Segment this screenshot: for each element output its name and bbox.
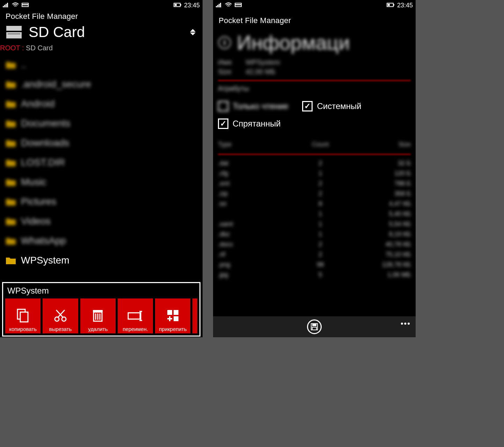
context-actions: копироватьвырезатьудалитьпереимен.прикре… xyxy=(5,298,197,333)
attribute-label: Только чтение xyxy=(233,101,288,111)
list-item[interactable]: .. xyxy=(6,55,197,74)
cell-type: .png xyxy=(218,261,290,268)
file-name: Music xyxy=(21,176,46,188)
folder-icon xyxy=(6,119,16,128)
file-name: Documents xyxy=(21,118,71,129)
attributes: Только чтениеСистемныйСпрятанный xyxy=(218,93,411,139)
attribute-checkbox[interactable]: Спрятанный xyxy=(218,115,281,132)
card-icon xyxy=(22,2,29,9)
svg-rect-32 xyxy=(216,6,217,7)
svg-rect-29 xyxy=(174,316,178,321)
info-key: Size xyxy=(218,68,232,76)
svg-rect-42 xyxy=(313,324,316,326)
file-name: Pictures xyxy=(21,196,56,207)
svg-rect-9 xyxy=(6,26,22,31)
svg-rect-5 xyxy=(22,4,28,5)
list-item[interactable]: Documents xyxy=(6,114,197,133)
rename-button[interactable]: переимен. xyxy=(118,298,153,333)
action-label: копировать xyxy=(9,326,37,332)
cell-size: 4,47 КБ xyxy=(351,200,411,208)
attribute-checkbox[interactable]: Только чтение xyxy=(218,98,288,115)
info-value: WPSystem xyxy=(246,58,280,66)
info-header: i Информаци xyxy=(218,26,411,58)
file-name: .. xyxy=(21,59,27,70)
file-name: WPSystem xyxy=(21,255,69,266)
svg-rect-39 xyxy=(393,4,394,6)
breadcrumb-root: ROOT xyxy=(0,44,20,52)
svg-rect-11 xyxy=(8,34,20,34)
svg-rect-34 xyxy=(219,4,220,7)
cell-count: 1 xyxy=(290,221,351,228)
svg-rect-43 xyxy=(312,327,316,330)
card-icon xyxy=(235,2,242,9)
cell-count: 1 xyxy=(290,231,351,238)
th-type: Type xyxy=(218,141,290,148)
table-body: .dat232 Б.cfg1120 Б.xml2788 Б.zip2358 Б.… xyxy=(218,158,411,280)
folder-icon xyxy=(6,158,16,167)
breadcrumb[interactable]: ROOT : SD Card xyxy=(0,43,203,55)
list-item[interactable]: Downloads xyxy=(6,133,197,153)
file-name: WhatsApp xyxy=(21,235,66,246)
table-row: .dat232 Б xyxy=(218,158,411,168)
pin-icon xyxy=(165,308,181,325)
svg-rect-40 xyxy=(388,4,390,6)
list-item[interactable]: Music xyxy=(6,172,197,192)
file-name: Android xyxy=(21,98,55,109)
location-row[interactable]: SD Card xyxy=(0,22,203,43)
statusbar: 23:45 xyxy=(213,0,416,10)
action-label: вырезать xyxy=(49,326,72,332)
folder-icon xyxy=(6,178,16,186)
info-value: 42,00 МБ xyxy=(246,68,275,76)
info-title: Информаци xyxy=(237,31,350,54)
file-name: .android_secure xyxy=(21,79,91,90)
cell-count: 2 xyxy=(290,241,351,248)
folder-icon xyxy=(6,256,16,265)
clock: 23:45 xyxy=(397,2,413,9)
cell-size: 788 Б xyxy=(351,180,411,187)
table-row: .jpg51,06 МБ xyxy=(218,270,411,280)
list-item[interactable]: Pictures xyxy=(6,192,197,211)
sort-toggle-icon[interactable] xyxy=(188,27,198,37)
action-label: удалить xyxy=(88,326,108,332)
left-phone-screen: 23:45 Pocket File Manager SD Card ROOT :… xyxy=(0,0,203,337)
list-item[interactable]: WPSystem xyxy=(6,251,197,270)
clock: 23:45 xyxy=(184,2,200,9)
cell-count: 5 xyxy=(290,271,351,279)
list-item[interactable]: .android_secure xyxy=(6,74,197,94)
cell-type: .rtf xyxy=(218,251,290,258)
more-actions-button[interactable] xyxy=(192,298,197,333)
drive-icon xyxy=(5,24,23,40)
save-button[interactable] xyxy=(307,319,322,334)
more-button[interactable]: ••• xyxy=(401,319,411,328)
cell-type: .xaml xyxy=(218,221,290,228)
th-count: Count xyxy=(290,141,351,148)
action-label: переимен. xyxy=(123,326,148,332)
info-row: Size42,00 МБ xyxy=(218,67,411,77)
cell-size: 5,40 КБ xyxy=(351,210,411,218)
list-item[interactable]: LOST.DIR xyxy=(6,153,197,172)
copy-button[interactable]: копировать xyxy=(5,298,41,333)
checkbox-icon xyxy=(218,118,228,129)
pin-button[interactable]: прикрепить xyxy=(155,298,190,333)
svg-rect-22 xyxy=(93,310,103,312)
list-item[interactable]: WhatsApp xyxy=(6,231,197,251)
location-title: SD Card xyxy=(29,24,182,41)
breadcrumb-path: SD Card xyxy=(26,44,53,52)
wifi-icon xyxy=(12,2,19,9)
list-item[interactable]: Videos xyxy=(6,211,197,231)
app-title: Pocket File Manager xyxy=(0,10,203,22)
copy-icon xyxy=(15,308,31,325)
svg-rect-27 xyxy=(167,310,172,315)
cell-size: 32 Б xyxy=(351,160,411,167)
folder-icon xyxy=(6,237,16,245)
attribute-label: Спрятанный xyxy=(233,119,281,129)
attribute-checkbox[interactable]: Системный xyxy=(302,98,361,115)
svg-rect-8 xyxy=(175,4,177,6)
cell-size: 8,19 КБ xyxy=(351,231,411,238)
list-item[interactable]: Android xyxy=(6,94,197,114)
cell-type: .txt xyxy=(218,200,290,208)
cut-button[interactable]: вырезать xyxy=(43,298,78,333)
cell-size: 75,10 КБ xyxy=(351,251,411,258)
delete-button[interactable]: удалить xyxy=(80,298,116,333)
statusbar: 23:45 xyxy=(0,0,203,10)
